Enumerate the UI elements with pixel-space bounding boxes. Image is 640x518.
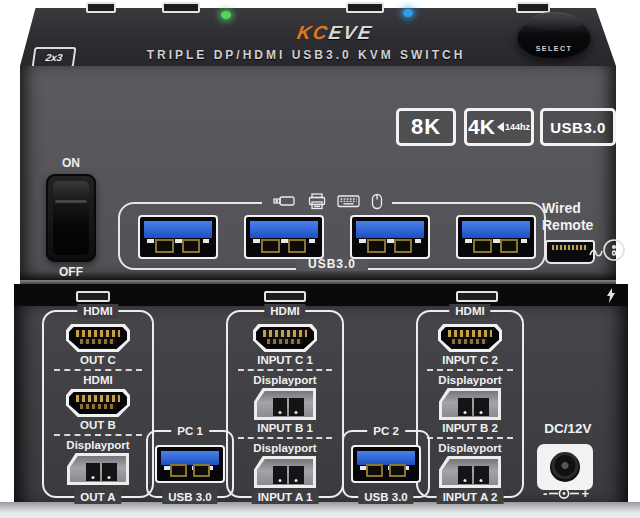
usb-pin [394,239,412,253]
power-on-label: ON [46,156,96,170]
port-tab [458,398,472,416]
port-tab [86,463,100,481]
rocker-highlight [55,200,87,203]
divider [54,369,143,371]
port-name-label: INPUT A 1 [252,490,319,504]
rear-edge-port-cutout [456,291,498,302]
hdmi-port-out-b [66,389,130,417]
port-name-label: OUT A [74,490,121,504]
usb-device-icons [262,190,392,212]
port-pins [263,330,307,337]
divider [427,369,512,371]
port-name-label: INPUT A 2 [437,490,504,504]
pc1-usb-label: USB 3.0 [162,490,217,504]
usb-pin [389,464,406,477]
divider [238,369,331,371]
usb3-port [138,215,218,259]
badge-4k-144hz: 4K 144hz [464,108,534,146]
remote-button-icon [602,238,626,266]
hdmi-port-input-c1 [253,324,317,352]
usb-tongue [356,221,424,238]
port-pins [448,330,492,337]
port-tab [289,398,303,416]
port-pins [76,395,120,402]
port-pins [267,339,303,344]
mouse-icon [371,193,383,210]
usb-pin [366,464,383,477]
divider [238,437,331,439]
port-name-label: INPUT C 1 [257,353,313,367]
badge-4k-text: 4K [468,115,495,139]
product-title: TRIPLE DP/HDMI USB3.0 KVM SWITCH [100,48,512,62]
port-type-label: Displayport [253,441,316,455]
port-tab [102,463,116,481]
usb-pin [500,239,518,253]
select-knob: SELECT [517,12,591,58]
usb-tongue [161,451,219,465]
input2-column: INPUT C 2 Displayport INPUT B 2 Displayp… [418,312,522,496]
polarity-mark: - + [530,486,602,501]
port-type-label: HDMI [83,373,112,387]
displayport-input-b1 [254,388,316,420]
port-name-label: INPUT C 2 [442,353,498,367]
port-tab [458,466,472,484]
port-tab [474,466,488,484]
port-tab [474,398,488,416]
port-pins [80,404,116,409]
port-pins [80,339,116,344]
model-badge-text: 2x3 [45,52,63,63]
blue-status-led [403,9,413,17]
displayport-input-b2 [439,388,501,420]
badge-144hz-text: 144hz [505,122,530,132]
port-name-label: INPUT B 1 [257,421,313,435]
wired-remote-label-1: Wired [542,200,581,216]
port-tab [273,466,287,484]
displayport-input-a2 [439,456,501,488]
port-contacts [552,245,588,250]
usb-pin [155,239,173,253]
rear-input2-group: HDMI INPUT C 2 Displayport INPUT B 2 Dis… [416,310,524,498]
port-type-label: Displayport [438,373,501,387]
usb3-port-pc2 [351,445,421,483]
output-column: OUT C HDMI OUT B Displayport [44,312,152,496]
polarity-minus: - [543,486,547,501]
usb-tongue [462,221,530,238]
power-rocker-switch [46,174,96,262]
power-rocker-surface [53,181,89,255]
badge-8k: 8K [396,108,456,146]
input1-column: INPUT C 1 Displayport INPUT B 1 Displayp… [228,312,342,496]
top-edge-port-cutout [86,2,116,13]
top-edge-port-cutout [162,2,200,13]
brand-logo-prefix: KC [295,22,330,43]
port-name-label: OUT B [80,418,116,432]
wired-remote-port [545,240,595,264]
port-name-label: OUT C [80,353,116,367]
rear-input1-group: HDMI INPUT C 1 Displayport INPUT B 1 Dis… [226,310,344,498]
badge-usb3: USB3.0 [540,108,616,146]
port-pins [452,339,488,344]
dc-jack-barrel [550,452,580,482]
usb-drive-icon [271,194,297,208]
port-type-label: Displayport [253,373,316,387]
pc2-usb-group: PC 2 USB 3.0 [342,430,430,498]
usb3-port [244,215,324,259]
usb-pin [193,464,210,477]
usb-pin [288,239,306,253]
top-edge-port-cutout [346,2,384,13]
select-knob-top [524,15,584,30]
power-off-label: OFF [46,265,96,279]
table-surface [0,502,640,518]
usb-pin [473,239,491,253]
usb-pin [170,464,187,477]
port-type-label: Displayport [66,438,129,452]
printer-icon [308,193,326,210]
usb3-port [350,215,430,259]
center-positive-icon [549,487,579,500]
usb-tongue [144,221,212,238]
hdmi-port-out-c [66,324,130,352]
hdmi-port-input-c2 [438,324,502,352]
wired-remote-label-2: Remote [542,217,593,233]
rear-edge-port-cutout [76,291,110,302]
usb3-port [456,215,536,259]
polarity-plus: + [581,486,589,501]
